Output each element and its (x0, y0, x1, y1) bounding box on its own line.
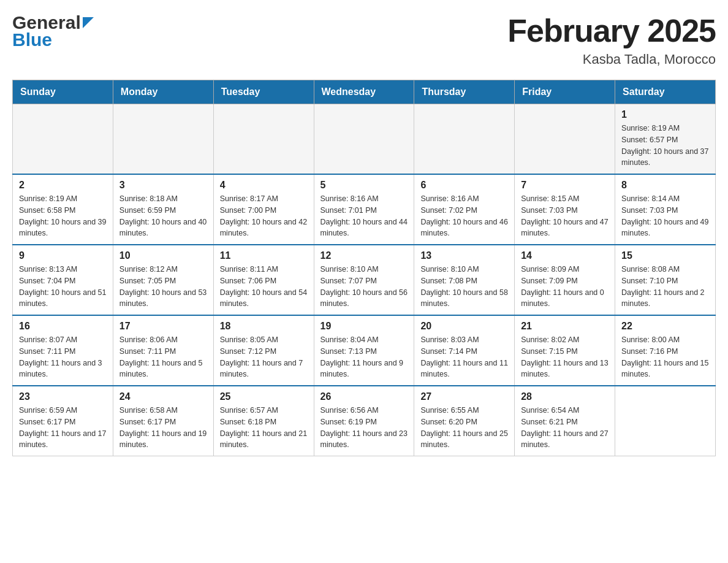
day-number: 10 (119, 250, 207, 261)
calendar-day-cell: 23Sunrise: 6:59 AM Sunset: 6:17 PM Dayli… (13, 386, 113, 456)
calendar-day-cell: 5Sunrise: 8:16 AM Sunset: 7:01 PM Daylig… (314, 174, 414, 245)
calendar-day-cell (515, 104, 615, 175)
day-info: Sunrise: 8:18 AM Sunset: 6:59 PM Dayligh… (119, 193, 207, 239)
day-number: 11 (220, 250, 308, 261)
calendar-header-row: Sunday Monday Tuesday Wednesday Thursday… (13, 80, 716, 104)
col-saturday: Saturday (615, 80, 716, 104)
calendar-day-cell: 20Sunrise: 8:03 AM Sunset: 7:14 PM Dayli… (414, 315, 515, 386)
day-info: Sunrise: 8:08 AM Sunset: 7:10 PM Dayligh… (621, 264, 709, 310)
day-number: 25 (220, 391, 308, 402)
day-info: Sunrise: 8:11 AM Sunset: 7:06 PM Dayligh… (220, 264, 308, 310)
calendar-day-cell: 17Sunrise: 8:06 AM Sunset: 7:11 PM Dayli… (113, 315, 213, 386)
day-info: Sunrise: 8:04 AM Sunset: 7:13 PM Dayligh… (320, 334, 408, 380)
month-title: February 2025 (507, 12, 716, 49)
calendar-day-cell: 9Sunrise: 8:13 AM Sunset: 7:04 PM Daylig… (13, 245, 113, 315)
day-info: Sunrise: 8:10 AM Sunset: 7:07 PM Dayligh… (320, 264, 408, 310)
calendar-day-cell: 25Sunrise: 6:57 AM Sunset: 6:18 PM Dayli… (213, 386, 314, 456)
col-thursday: Thursday (414, 80, 515, 104)
calendar-day-cell: 22Sunrise: 8:00 AM Sunset: 7:16 PM Dayli… (615, 315, 716, 386)
day-number: 21 (521, 321, 609, 332)
day-info: Sunrise: 8:03 AM Sunset: 7:14 PM Dayligh… (420, 334, 508, 380)
day-number: 2 (19, 180, 107, 191)
calendar-day-cell: 10Sunrise: 8:12 AM Sunset: 7:05 PM Dayli… (113, 245, 213, 315)
day-info: Sunrise: 6:54 AM Sunset: 6:21 PM Dayligh… (521, 405, 609, 451)
calendar-day-cell (113, 104, 213, 175)
day-info: Sunrise: 8:13 AM Sunset: 7:04 PM Dayligh… (19, 264, 107, 310)
day-info: Sunrise: 6:56 AM Sunset: 6:19 PM Dayligh… (320, 405, 408, 451)
day-info: Sunrise: 8:06 AM Sunset: 7:11 PM Dayligh… (119, 334, 207, 380)
logo-blue-text: Blue (12, 29, 52, 50)
day-info: Sunrise: 8:16 AM Sunset: 7:02 PM Dayligh… (420, 193, 508, 239)
calendar-day-cell (314, 104, 414, 175)
calendar-day-cell: 14Sunrise: 8:09 AM Sunset: 7:09 PM Dayli… (515, 245, 615, 315)
day-number: 1 (621, 109, 709, 120)
day-info: Sunrise: 6:55 AM Sunset: 6:20 PM Dayligh… (420, 405, 508, 451)
day-number: 23 (19, 391, 107, 402)
day-number: 16 (19, 321, 107, 332)
calendar-week-row: 1Sunrise: 8:19 AM Sunset: 6:57 PM Daylig… (13, 104, 716, 175)
day-number: 19 (320, 321, 408, 332)
day-info: Sunrise: 8:10 AM Sunset: 7:08 PM Dayligh… (420, 264, 508, 310)
day-info: Sunrise: 8:16 AM Sunset: 7:01 PM Dayligh… (320, 193, 408, 239)
calendar-day-cell: 3Sunrise: 8:18 AM Sunset: 6:59 PM Daylig… (113, 174, 213, 245)
day-info: Sunrise: 6:57 AM Sunset: 6:18 PM Dayligh… (220, 405, 308, 451)
day-info: Sunrise: 8:05 AM Sunset: 7:12 PM Dayligh… (220, 334, 308, 380)
calendar-day-cell: 21Sunrise: 8:02 AM Sunset: 7:15 PM Dayli… (515, 315, 615, 386)
logo: General Blue (12, 12, 94, 50)
day-number: 4 (220, 180, 308, 191)
day-info: Sunrise: 8:19 AM Sunset: 6:58 PM Dayligh… (19, 193, 107, 239)
svg-marker-0 (83, 17, 94, 28)
calendar-day-cell: 26Sunrise: 6:56 AM Sunset: 6:19 PM Dayli… (314, 386, 414, 456)
day-number: 18 (220, 321, 308, 332)
day-info: Sunrise: 8:07 AM Sunset: 7:11 PM Dayligh… (19, 334, 107, 380)
calendar-day-cell (213, 104, 314, 175)
day-number: 26 (320, 391, 408, 402)
day-info: Sunrise: 8:14 AM Sunset: 7:03 PM Dayligh… (621, 193, 709, 239)
logo-arrow-icon (83, 17, 94, 31)
calendar-day-cell: 11Sunrise: 8:11 AM Sunset: 7:06 PM Dayli… (213, 245, 314, 315)
calendar-day-cell: 16Sunrise: 8:07 AM Sunset: 7:11 PM Dayli… (13, 315, 113, 386)
calendar-day-cell (13, 104, 113, 175)
calendar-table: Sunday Monday Tuesday Wednesday Thursday… (12, 80, 716, 456)
day-number: 8 (621, 180, 709, 191)
calendar-week-row: 9Sunrise: 8:13 AM Sunset: 7:04 PM Daylig… (13, 245, 716, 315)
col-wednesday: Wednesday (314, 80, 414, 104)
logo-blue-row: Blue (12, 29, 52, 50)
day-number: 6 (420, 180, 508, 191)
calendar-day-cell: 13Sunrise: 8:10 AM Sunset: 7:08 PM Dayli… (414, 245, 515, 315)
day-info: Sunrise: 8:19 AM Sunset: 6:57 PM Dayligh… (621, 123, 709, 169)
day-number: 14 (521, 250, 609, 261)
day-info: Sunrise: 8:00 AM Sunset: 7:16 PM Dayligh… (621, 334, 709, 380)
day-number: 7 (521, 180, 609, 191)
col-tuesday: Tuesday (213, 80, 314, 104)
calendar-week-row: 2Sunrise: 8:19 AM Sunset: 6:58 PM Daylig… (13, 174, 716, 245)
day-info: Sunrise: 8:02 AM Sunset: 7:15 PM Dayligh… (521, 334, 609, 380)
day-info: Sunrise: 8:17 AM Sunset: 7:00 PM Dayligh… (220, 193, 308, 239)
day-number: 15 (621, 250, 709, 261)
calendar-day-cell: 4Sunrise: 8:17 AM Sunset: 7:00 PM Daylig… (213, 174, 314, 245)
calendar-day-cell: 27Sunrise: 6:55 AM Sunset: 6:20 PM Dayli… (414, 386, 515, 456)
calendar-week-row: 16Sunrise: 8:07 AM Sunset: 7:11 PM Dayli… (13, 315, 716, 386)
day-number: 24 (119, 391, 207, 402)
calendar-day-cell: 6Sunrise: 8:16 AM Sunset: 7:02 PM Daylig… (414, 174, 515, 245)
location-title: Kasba Tadla, Morocco (507, 52, 716, 67)
day-number: 9 (19, 250, 107, 261)
calendar-day-cell (615, 386, 716, 456)
col-sunday: Sunday (13, 80, 113, 104)
col-friday: Friday (515, 80, 615, 104)
calendar-day-cell: 28Sunrise: 6:54 AM Sunset: 6:21 PM Dayli… (515, 386, 615, 456)
calendar-day-cell: 24Sunrise: 6:58 AM Sunset: 6:17 PM Dayli… (113, 386, 213, 456)
day-info: Sunrise: 6:58 AM Sunset: 6:17 PM Dayligh… (119, 405, 207, 451)
calendar-day-cell (414, 104, 515, 175)
day-info: Sunrise: 8:15 AM Sunset: 7:03 PM Dayligh… (521, 193, 609, 239)
day-number: 22 (621, 321, 709, 332)
day-info: Sunrise: 8:12 AM Sunset: 7:05 PM Dayligh… (119, 264, 207, 310)
calendar-day-cell: 15Sunrise: 8:08 AM Sunset: 7:10 PM Dayli… (615, 245, 716, 315)
day-info: Sunrise: 8:09 AM Sunset: 7:09 PM Dayligh… (521, 264, 609, 310)
day-number: 13 (420, 250, 508, 261)
calendar-day-cell: 7Sunrise: 8:15 AM Sunset: 7:03 PM Daylig… (515, 174, 615, 245)
title-area: February 2025 Kasba Tadla, Morocco (507, 12, 716, 67)
day-number: 12 (320, 250, 408, 261)
col-monday: Monday (113, 80, 213, 104)
calendar-day-cell: 1Sunrise: 8:19 AM Sunset: 6:57 PM Daylig… (615, 104, 716, 175)
